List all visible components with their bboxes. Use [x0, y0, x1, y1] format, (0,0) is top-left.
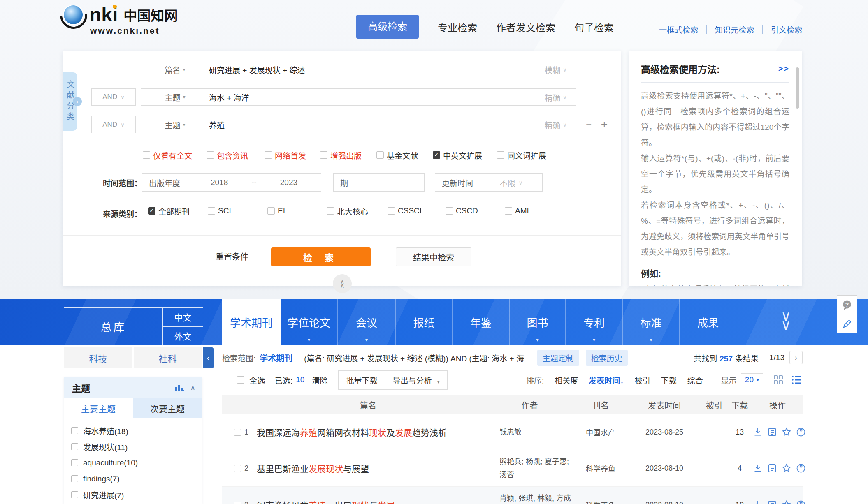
- result-authors[interactable]: 熊艳兵; 杨凯; 夏子惠; 汤蓉: [485, 455, 574, 481]
- checkbox[interactable]: [376, 151, 384, 159]
- nav-conferences[interactable]: 会议▾: [337, 299, 395, 345]
- nav-yearbooks[interactable]: 年鉴: [452, 299, 509, 345]
- result-journal[interactable]: 科学养鱼: [574, 499, 627, 504]
- collapse-topic-icon[interactable]: ∧: [190, 384, 195, 392]
- tab-advanced-search[interactable]: 高级检索: [356, 15, 419, 39]
- sort-downloads[interactable]: 下载: [661, 375, 677, 386]
- checkbox[interactable]: [320, 151, 327, 159]
- cite-quote-icon[interactable]: ”: [796, 427, 806, 437]
- checkbox[interactable]: [208, 207, 215, 215]
- search-input-2[interactable]: 海水 + 海洋: [209, 92, 536, 103]
- filter-enhanced-publishing[interactable]: 增强出版: [320, 150, 362, 160]
- tab-chinese[interactable]: 中文: [163, 308, 203, 327]
- feedback-pencil-button[interactable]: [837, 314, 857, 333]
- source-cssci[interactable]: CSSCI: [388, 206, 422, 216]
- sort-publish-date[interactable]: 发表时间↓: [589, 375, 624, 386]
- match-select-fuzzy[interactable]: 模糊 ∨: [536, 64, 576, 75]
- year-to-input[interactable]: 2023: [257, 178, 321, 187]
- help-more-link[interactable]: >>: [778, 64, 789, 74]
- nav-patents[interactable]: 专利▾: [565, 299, 622, 345]
- match-select-exact-row2[interactable]: 精确 ∨: [536, 92, 576, 103]
- tab-professional-search[interactable]: 专业检索: [438, 20, 477, 34]
- remove-row-button-row2[interactable]: −: [582, 88, 596, 106]
- sort-comprehensive[interactable]: 综合: [687, 375, 703, 386]
- sort-relevance[interactable]: 相关度: [555, 375, 578, 386]
- cnki-logo[interactable]: nki 中国知网 www.cnki.net: [64, 3, 178, 36]
- add-row-button[interactable]: +: [597, 116, 611, 133]
- field-select-subject-row2[interactable]: 主题 ▾: [141, 92, 209, 103]
- select-all-checkbox[interactable]: [237, 376, 244, 384]
- checkbox[interactable]: [71, 443, 78, 450]
- topic-item-aquaculture[interactable]: aquaculture(10): [71, 455, 202, 471]
- download-icon[interactable]: [752, 463, 763, 474]
- operator-select-row2[interactable]: AND ∨: [91, 88, 136, 106]
- search-within-results-button[interactable]: 结果中检索: [396, 247, 471, 266]
- checkbox[interactable]: [143, 151, 150, 159]
- checkbox-checked[interactable]: [433, 151, 440, 159]
- source-all-journals[interactable]: 全部期刊: [148, 206, 190, 216]
- collapse-search-panel-button[interactable]: ∧ ∧: [333, 274, 352, 293]
- tab-social-science[interactable]: 社科: [134, 347, 202, 368]
- row-checkbox[interactable]: [234, 465, 241, 472]
- checkbox-checked[interactable]: [148, 207, 155, 215]
- result-title-link[interactable]: 我国深远海养殖网箱网衣材料现状及发展趋势浅析: [251, 426, 485, 438]
- nav-dissertations[interactable]: 学位论文▾: [281, 299, 337, 345]
- total-library-button[interactable]: 总库: [64, 308, 162, 345]
- search-history-button[interactable]: 检索历史: [586, 350, 628, 366]
- download-icon[interactable]: [752, 427, 763, 437]
- export-analyze-button[interactable]: 导出与分析 ▾: [385, 370, 447, 390]
- checkbox[interactable]: [446, 207, 453, 215]
- topic-customize-button[interactable]: 主题定制: [537, 350, 579, 366]
- nav-books[interactable]: 图书▾: [509, 299, 565, 345]
- tab-foreign[interactable]: 外文: [163, 327, 203, 345]
- filter-include-news[interactable]: 包含资讯: [207, 150, 248, 160]
- bar-chart-icon[interactable]: [175, 384, 184, 392]
- feedback-question-button[interactable]: ?: [837, 296, 857, 314]
- expand-more-databases-button[interactable]: ∨ ∨: [781, 311, 791, 329]
- html-read-icon[interactable]: [767, 463, 777, 474]
- checkbox[interactable]: [327, 207, 334, 215]
- tab-sentence-search[interactable]: 句子检索: [574, 20, 614, 34]
- nav-achievements[interactable]: 成果: [679, 299, 736, 345]
- source-ei[interactable]: EI: [267, 206, 285, 216]
- checkbox[interactable]: [207, 151, 214, 159]
- scope-value[interactable]: 学术期刊: [260, 352, 292, 364]
- filter-online-first[interactable]: 网络首发: [265, 150, 306, 160]
- filter-funded-literature[interactable]: 基金文献: [376, 150, 418, 160]
- next-page-button[interactable]: ›: [789, 351, 803, 364]
- sort-cited[interactable]: 被引: [635, 375, 650, 386]
- nav-standards[interactable]: 标准▾: [622, 299, 679, 345]
- selected-count[interactable]: 10: [296, 375, 304, 384]
- row-checkbox[interactable]: [234, 502, 241, 504]
- grid-view-button[interactable]: [773, 375, 784, 385]
- source-cscd[interactable]: CSCD: [446, 206, 478, 216]
- collapse-sidebar-button[interactable]: ‹: [203, 347, 214, 368]
- help-scrollbar[interactable]: [796, 67, 799, 109]
- filter-fulltext-only[interactable]: 仅看有全文: [143, 150, 192, 160]
- match-select-exact-row3[interactable]: 精确 ∨: [536, 119, 576, 130]
- year-from-input[interactable]: 2018: [187, 178, 251, 187]
- favorite-star-icon[interactable]: [781, 499, 792, 504]
- remove-row-button-row3[interactable]: −: [582, 116, 596, 133]
- nav-academic-journals[interactable]: 学术期刊: [222, 299, 281, 345]
- topic-item-seawater-aquaculture[interactable]: 海水养殖(18): [71, 423, 202, 439]
- link-citation-search[interactable]: 引文检索: [771, 24, 802, 35]
- list-view-button[interactable]: [791, 375, 803, 385]
- field-select-title[interactable]: 篇名 ▾: [141, 64, 209, 75]
- checkbox[interactable]: [505, 207, 512, 215]
- checkbox[interactable]: [71, 491, 78, 498]
- checkbox[interactable]: [71, 475, 78, 482]
- expand-arrow-icon[interactable]: ›: [73, 97, 82, 106]
- source-pku-core[interactable]: 北大核心: [327, 206, 368, 216]
- result-authors[interactable]: 钱忠敏: [485, 425, 574, 439]
- topic-item-findings[interactable]: findings(7): [71, 471, 202, 487]
- tab-science-tech[interactable]: 科技: [64, 347, 132, 368]
- field-select-subject-row3[interactable]: 主题 ▾: [141, 119, 209, 130]
- html-read-icon[interactable]: [767, 427, 777, 437]
- source-ami[interactable]: AMI: [505, 206, 529, 216]
- checkbox[interactable]: [267, 207, 275, 215]
- result-journal[interactable]: 科学养鱼: [574, 463, 627, 474]
- topic-item-development-status[interactable]: 发展现状(11): [71, 439, 202, 455]
- search-input-1[interactable]: 研究进展 + 发展现状 + 综述: [209, 64, 536, 75]
- select-all-label[interactable]: 全选: [249, 375, 265, 386]
